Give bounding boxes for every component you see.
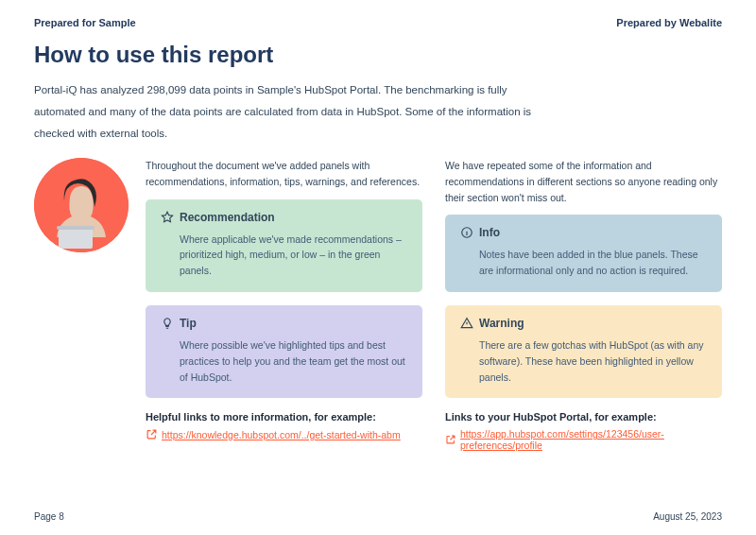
tip-title-row: Tip <box>161 317 407 330</box>
recommendation-title-row: Recommendation <box>161 211 407 224</box>
document-footer: Page 8 August 25, 2023 <box>34 511 722 522</box>
columns: Throughout the document we've added pane… <box>146 158 722 451</box>
right-link-head: Links to your HubSpot Portal, for exampl… <box>445 411 722 423</box>
portal-link[interactable]: https://app.hubspot.com/settings/123456/… <box>445 428 722 451</box>
portal-link-text: https://app.hubspot.com/settings/123456/… <box>460 428 722 451</box>
prepared-by: Prepared by Webalite <box>616 17 722 28</box>
intro-paragraph: Portal-iQ has analyzed 298,099 data poin… <box>34 79 544 145</box>
recommendation-title: Recommendation <box>180 211 275 224</box>
left-lead: Throughout the document we've added pane… <box>146 158 422 190</box>
left-column: Throughout the document we've added pane… <box>146 158 422 451</box>
warning-icon <box>460 317 473 330</box>
document-header: Prepared for Sample Prepared by Webalite <box>34 17 722 28</box>
info-title: Info <box>479 226 500 239</box>
tip-title: Tip <box>180 317 197 330</box>
svg-rect-1 <box>59 228 93 249</box>
svg-rect-2 <box>57 226 94 230</box>
left-link-head: Helpful links to more information, for e… <box>146 411 422 423</box>
page-title: How to use this report <box>34 42 722 68</box>
recommendation-panel: Recommendation Where applicable we've ma… <box>146 199 422 292</box>
warning-body: There are a few gotchas with HubSpot (as… <box>460 337 707 385</box>
person-illustration-icon <box>34 158 129 252</box>
warning-title: Warning <box>479 317 524 330</box>
knowledge-link-text: https://knowledge.hubspot.com/../get-sta… <box>162 429 401 440</box>
warning-title-row: Warning <box>460 317 707 330</box>
warning-panel: Warning There are a few gotchas with Hub… <box>445 305 722 398</box>
avatar <box>34 158 129 252</box>
info-icon <box>460 226 473 239</box>
info-title-row: Info <box>460 226 707 239</box>
avatar-column <box>34 158 129 451</box>
content-row: Throughout the document we've added pane… <box>34 158 722 451</box>
external-link-icon <box>146 428 158 440</box>
right-column: We have repeated some of the information… <box>445 158 722 451</box>
knowledge-link[interactable]: https://knowledge.hubspot.com/../get-sta… <box>146 428 422 440</box>
external-link-icon <box>445 434 456 446</box>
prepared-for: Prepared for Sample <box>34 17 136 28</box>
tip-panel: Tip Where possible we've highlighted tip… <box>146 305 422 398</box>
star-icon <box>161 211 174 224</box>
page-number: Page 8 <box>34 511 64 522</box>
recommendation-body: Where applicable we've made recommendati… <box>161 232 407 279</box>
info-panel: Info Notes have been added in the blue p… <box>445 215 722 292</box>
right-lead: We have repeated some of the information… <box>445 158 722 205</box>
footer-date: August 25, 2023 <box>653 511 722 522</box>
info-body: Notes have been added in the blue panels… <box>460 247 707 279</box>
tip-body: Where possible we've highlighted tips an… <box>161 337 407 385</box>
lightbulb-icon <box>161 317 174 330</box>
